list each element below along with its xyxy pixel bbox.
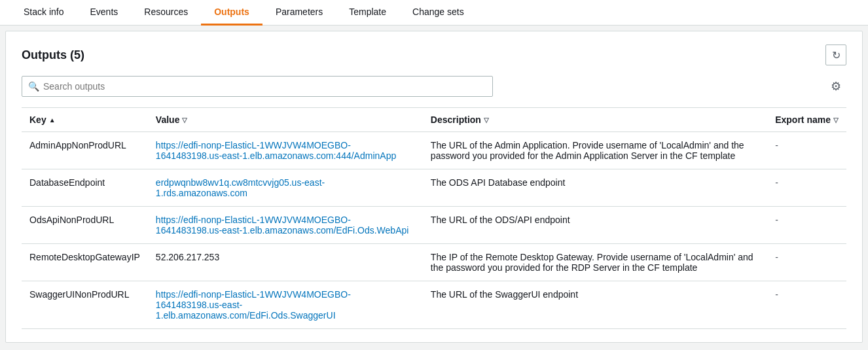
table-row: OdsApiNonProdURLhttps://edfi-nonp-Elasti… (22, 207, 846, 244)
value-filter-icon[interactable]: ▽ (182, 116, 187, 124)
cell-key: AdminAppNonProdURL (22, 132, 148, 169)
cell-export-name: - (767, 169, 846, 207)
table-row: DatabaseEndpointerdpwqnbw8wv1q.cw8mtcvvj… (22, 169, 846, 207)
tab-change-sets[interactable]: Change sets (399, 0, 477, 26)
cell-value[interactable]: https://edfi-nonp-ElasticL-1WWJVW4MOEGBO… (148, 132, 423, 169)
refresh-button[interactable]: ↻ (825, 44, 846, 65)
cell-description: The URL of the ODS/API endpoint (423, 207, 767, 244)
col-header-key: Key ▲ (22, 108, 148, 132)
tab-parameters[interactable]: Parameters (262, 0, 336, 26)
cell-export-name: - (767, 281, 846, 329)
cell-value[interactable]: erdpwqnbw8wv1q.cw8mtcvvjg05.us-east-1.rd… (148, 169, 423, 207)
value-link[interactable]: https://edfi-nonp-ElasticL-1WWJVW4MOEGBO… (156, 215, 409, 236)
cell-export-name: - (767, 244, 846, 281)
cell-description: The URL of the Admin Application. Provid… (423, 132, 767, 169)
tab-stack-info[interactable]: Stack info (10, 0, 77, 26)
cell-key: RemoteDesktopGatewayIP (22, 244, 148, 281)
value-link[interactable]: erdpwqnbw8wv1q.cw8mtcvvjg05.us-east-1.rd… (156, 177, 325, 198)
cell-description: The IP of the Remote Desktop Gateway. Pr… (423, 244, 767, 281)
tab-template[interactable]: Template (336, 0, 399, 26)
settings-button[interactable]: ⚙ (825, 76, 846, 97)
tabs-bar: Stack infoEventsResourcesOutputsParamete… (0, 0, 868, 26)
cell-description: The ODS API Database endpoint (423, 169, 767, 207)
tab-outputs[interactable]: Outputs (201, 0, 262, 26)
cell-key: DatabaseEndpoint (22, 169, 148, 207)
value-link[interactable]: https://edfi-nonp-ElasticL-1WWJVW4MOEGBO… (156, 289, 351, 321)
export-filter-icon[interactable]: ▽ (833, 116, 839, 124)
tab-events[interactable]: Events (77, 0, 131, 26)
cell-value[interactable]: https://edfi-nonp-ElasticL-1WWJVW4MOEGBO… (148, 207, 423, 244)
search-input-wrap: 🔍 (22, 76, 825, 97)
desc-filter-icon[interactable]: ▽ (484, 116, 489, 124)
refresh-icon: ↻ (832, 49, 841, 61)
cell-key: OdsApiNonProdURL (22, 207, 148, 244)
value-link[interactable]: https://edfi-nonp-ElasticL-1WWJVW4MOEGBO… (156, 140, 396, 161)
cell-export-name: - (767, 132, 846, 169)
table-header: Key ▲ Value ▽ Description ▽ (22, 108, 846, 132)
main-content: Outputs (5) ↻ 🔍 ⚙ Key ▲ (5, 31, 863, 343)
tab-resources[interactable]: Resources (131, 0, 201, 26)
search-input[interactable] (22, 76, 493, 97)
table-row: RemoteDesktopGatewayIP52.206.217.253The … (22, 244, 846, 281)
outputs-table: Key ▲ Value ▽ Description ▽ (22, 107, 846, 329)
sort-asc-icon[interactable]: ▲ (49, 116, 56, 124)
table-body: AdminAppNonProdURLhttps://edfi-nonp-Elas… (22, 132, 846, 329)
col-header-value: Value ▽ (148, 108, 423, 132)
table-row: AdminAppNonProdURLhttps://edfi-nonp-Elas… (22, 132, 846, 169)
cell-description: The URL of the SwaggerUI endpoint (423, 281, 767, 329)
section-title: Outputs (5) (22, 48, 84, 62)
gear-icon: ⚙ (831, 79, 841, 94)
header-actions: ↻ (825, 44, 846, 65)
table-row: SwaggerUINonProdURLhttps://edfi-nonp-Ela… (22, 281, 846, 329)
search-bar: 🔍 ⚙ (22, 76, 846, 97)
cell-key: SwaggerUINonProdURL (22, 281, 148, 329)
col-header-description: Description ▽ (423, 108, 767, 132)
cell-value: 52.206.217.253 (148, 244, 423, 281)
col-header-export-name: Export name ▽ (767, 108, 846, 132)
section-header: Outputs (5) ↻ (22, 44, 846, 65)
cell-value[interactable]: https://edfi-nonp-ElasticL-1WWJVW4MOEGBO… (148, 281, 423, 329)
search-icon: 🔍 (28, 81, 39, 92)
cell-export-name: - (767, 207, 846, 244)
